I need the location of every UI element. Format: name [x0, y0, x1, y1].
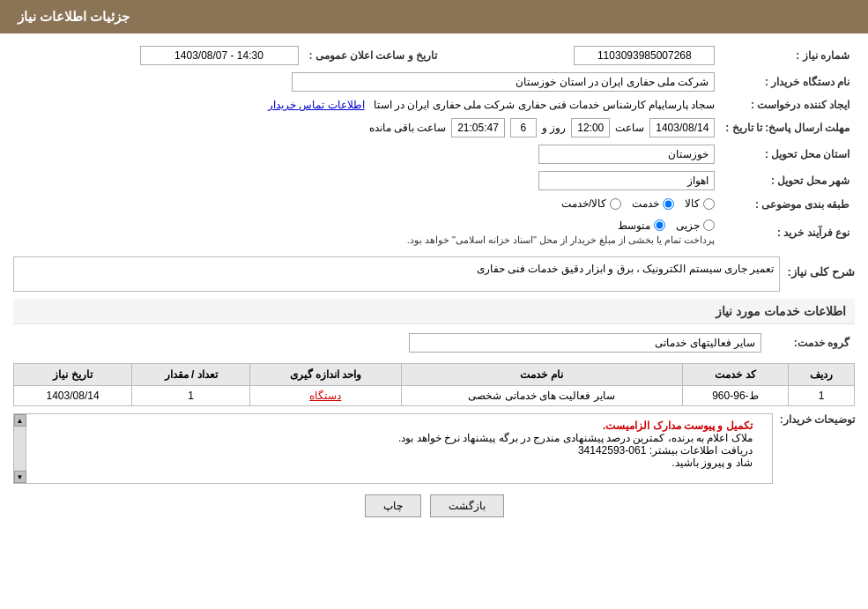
tozihat-line2: ملاک اعلام به برنده، کمترین درصد پیشنهاد…	[19, 432, 753, 444]
tabaqe-kala-khadamat-label: کالا/خدمت	[561, 197, 606, 210]
farayand-mottavaset-label: متوسط	[618, 219, 650, 232]
farayand-text: پرداخت تمام یا بخشی از مبلغ خریدار از مح…	[407, 234, 716, 245]
tozihat-row: توضیحات خریدار: ▲ ▼ تکمیل و پیوست مدارک …	[13, 413, 855, 484]
tabaqe-kala-item: کالا	[685, 197, 715, 210]
tabaqe-kala-radio[interactable]	[703, 198, 715, 210]
cell-nam: سایر فعالیت های خدماتی شخصی	[401, 386, 682, 406]
scrollbar: ▲ ▼	[14, 414, 26, 483]
tozihat-line4: شاد و پیروز باشید.	[19, 457, 753, 469]
dastgah-value-cell: شرکت ملی حفاری ایران در استان خوزستان	[13, 69, 720, 95]
ostan-label: استان محل تحویل :	[720, 141, 855, 167]
farayand-jozyi-item: جزیی	[676, 219, 715, 232]
tozihat-line1: تکمیل و پیوست مدارک الزامیست.	[19, 420, 753, 432]
shahr-label: شهر محل تحویل :	[720, 167, 855, 194]
tozihat-container: ▲ ▼ تکمیل و پیوست مدارک الزامیست. ملاک ا…	[13, 413, 773, 484]
tarikh-value-cell: 1403/08/07 - 14:30	[13, 42, 304, 69]
row-farayand: نوع فرآیند خرید : جزیی متوسط پرداخت تم	[13, 216, 855, 250]
table-row: 1ط-96-960سایر فعالیت های خدماتی شخصیدستگ…	[14, 386, 855, 406]
main-form-table: شماره نیاز : 1103093985007268 تاریخ و سا…	[13, 42, 855, 249]
chap-button[interactable]: چاپ	[365, 494, 421, 517]
page-container: جزئیات اطلاعات نیاز شماره نیاز : 1103093…	[0, 0, 868, 609]
tabaqe-khadamat-label: خدمت	[632, 197, 659, 210]
farayand-jozyi-radio[interactable]	[703, 219, 715, 231]
ijad-value-cell: سجاد پارسایپام کارشناس خدمات فنی حفاری ش…	[13, 95, 720, 115]
grohe-value: سایر فعالیتهای خدماتی	[409, 333, 761, 353]
col-nam: نام خدمت	[401, 364, 682, 386]
farayand-jozyi-label: جزیی	[676, 219, 700, 232]
mohlat-roz: 6	[510, 118, 537, 137]
scroll-down-btn[interactable]: ▼	[14, 471, 26, 483]
sharh-row: شرح کلی نیاز: تعمیر جاری سیستم الکترونیک…	[13, 256, 855, 292]
row-shomara: شماره نیاز : 1103093985007268 تاریخ و سا…	[13, 42, 855, 69]
mohlat-roz-label: روز و	[542, 122, 566, 134]
tarikh-value: 1403/08/07 - 14:30	[140, 46, 299, 65]
tozihat-label: توضیحات خریدار:	[780, 413, 855, 426]
row-dastgah: نام دستگاه خریدار : شرکت ملی حفاری ایران…	[13, 69, 855, 95]
dastgah-label: نام دستگاه خریدار :	[720, 69, 855, 95]
shahr-value: اهواز	[538, 171, 715, 190]
farayand-value-cell: جزیی متوسط پرداخت تمام یا بخشی از مبلغ خ…	[13, 216, 720, 250]
datetime-row: 1403/08/14 ساعت 12:00 روز و 6 21:05:47 س…	[19, 118, 715, 137]
sharh-value: تعمیر جاری سیستم الکترونیک ، برق و ابزار…	[13, 256, 780, 292]
row-shahr: شهر محل تحویل : اهواز	[13, 167, 855, 194]
col-kod: کد خدمت	[682, 364, 789, 386]
row-tabaqe: طبقه بندی موضوعی : کالا خدمت	[13, 194, 855, 216]
tabaqe-kala-label: کالا	[685, 197, 700, 210]
farayand-mottavaset-item: متوسط	[618, 219, 665, 232]
shomara-value-cell: 1103093985007268	[460, 42, 720, 69]
tarikh-label: تاریخ و ساعت اعلان عمومی :	[304, 42, 443, 69]
tozihat-box: ▲ ▼ تکمیل و پیوست مدارک الزامیست. ملاک ا…	[13, 413, 773, 484]
scroll-up-btn[interactable]: ▲	[14, 414, 26, 427]
grohe-value-cell: سایر فعالیتهای خدماتی	[13, 330, 767, 356]
cell-tedad: 1	[132, 386, 250, 406]
mohlat-label: مهلت ارسال پاسخ: تا تاریخ :	[720, 115, 855, 141]
shomara-value: 1103093985007268	[574, 46, 715, 65]
row-ijad: ایجاد کننده درخواست : سجاد پارسایپام کار…	[13, 95, 855, 115]
dastgah-value: شرکت ملی حفاری ایران در استان خوزستان	[292, 72, 715, 92]
tozihat-line3: دریافت اطلاعات بیشتر: 061-34142593	[19, 444, 753, 457]
content-area: شماره نیاز : 1103093985007268 تاریخ و سا…	[0, 33, 868, 537]
ostan-value-cell: خوزستان	[13, 141, 720, 167]
ostan-value: خوزستان	[538, 145, 715, 164]
sharh-label: شرح کلی نیاز:	[787, 265, 855, 281]
cell-vahed[interactable]: دستگاه	[250, 386, 402, 406]
tabaqe-label: طبقه بندی موضوعی :	[720, 194, 855, 216]
tabaqe-value-cell: کالا خدمت کالا/خدمت	[13, 194, 720, 216]
farayand-label: نوع فرآیند خرید :	[720, 216, 855, 250]
row-ostan: استان محل تحویل : خوزستان	[13, 141, 855, 167]
ijad-link[interactable]: اطلاعات تماس خریدار	[268, 99, 365, 111]
ijad-value: سجاد پارسایپام کارشناس خدمات فنی حفاری ش…	[374, 99, 716, 111]
grohe-row: گروه خدمت: سایر فعالیتهای خدماتی	[13, 330, 855, 356]
shahr-value-cell: اهواز	[13, 167, 720, 194]
tabaqe-radio-group: کالا خدمت کالا/خدمت	[561, 197, 715, 210]
col-vahed: واحد اندازه گیری	[250, 364, 402, 386]
mohlat-saat: 12:00	[571, 118, 610, 137]
tabaqe-khadamat-item: خدمت	[632, 197, 674, 210]
mohlat-date: 1403/08/14	[649, 118, 715, 137]
service-section-header: اطلاعات خدمات مورد نیاز	[13, 299, 855, 324]
farayand-mottavaset-radio[interactable]	[654, 219, 665, 231]
grohe-table: گروه خدمت: سایر فعالیتهای خدماتی	[13, 330, 855, 356]
mohlat-value-cell: 1403/08/14 ساعت 12:00 روز و 6 21:05:47 س…	[13, 115, 720, 141]
tabaqe-khadamat-radio[interactable]	[663, 198, 674, 210]
bazgasht-button[interactable]: بازگشت	[430, 494, 504, 517]
col-tarikh: تاریخ نیاز	[14, 364, 132, 386]
cell-tarikh: 1403/08/14	[14, 386, 132, 406]
page-title: جزئیات اطلاعات نیاز	[0, 0, 868, 33]
cell-kod: ط-96-960	[682, 386, 789, 406]
mohlat-baqi: ساعت باقی مانده	[369, 122, 447, 134]
mohlat-time: 21:05:47	[451, 118, 505, 137]
grohe-label: گروه خدمت:	[767, 330, 855, 356]
shomara-label: شماره نیاز :	[720, 42, 855, 69]
service-section-title: اطلاعات خدمات مورد نیاز	[716, 304, 846, 318]
row-mohlat: مهلت ارسال پاسخ: تا تاریخ : 1403/08/14 س…	[13, 115, 855, 141]
mohlat-saat-label: ساعت	[615, 122, 644, 134]
tabaqe-kala-khadamat-radio[interactable]	[610, 198, 621, 210]
table-header-row: ردیف کد خدمت نام خدمت واحد اندازه گیری ت…	[14, 364, 855, 386]
cell-radif: 1	[789, 386, 855, 406]
tozihat-content: تکمیل و پیوست مدارک الزامیست. ملاک اعلام…	[19, 420, 753, 469]
tabaqe-kala-khadamat-item: کالا/خدمت	[561, 197, 621, 210]
col-tedad: تعداد / مقدار	[132, 364, 250, 386]
button-row: بازگشت چاپ	[13, 494, 855, 517]
header-title-text: جزئیات اطلاعات نیاز	[18, 9, 130, 24]
